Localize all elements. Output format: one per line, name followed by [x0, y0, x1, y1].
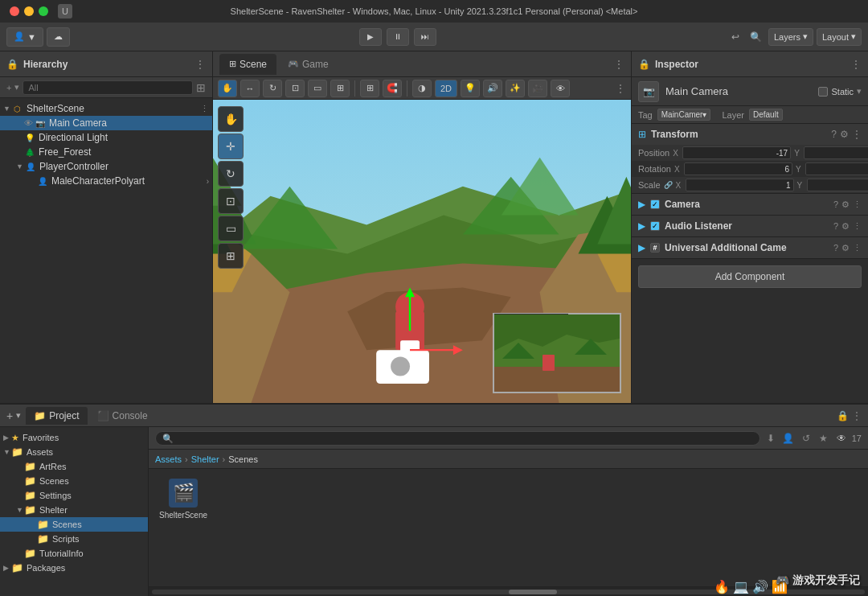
char-more-arrow[interactable]: ›: [207, 177, 209, 186]
hierarchy-filter-icon[interactable]: ⊞: [196, 81, 206, 94]
close-button[interactable]: [10, 6, 19, 16]
hand-tool[interactable]: ✋: [218, 80, 237, 97]
breadcrumb-shelter[interactable]: Shelter: [191, 454, 219, 464]
tree-item-shelter[interactable]: ▼ 📁 Shelter: [0, 503, 148, 517]
tree-item-shelter-scenes[interactable]: 📁 Scenes: [0, 517, 148, 532]
maximize-button[interactable]: [39, 6, 48, 16]
inspector-lock-icon[interactable]: 🔒: [638, 59, 650, 70]
static-checkbox[interactable]: [818, 87, 828, 97]
camera-more-icon[interactable]: ⋮: [853, 199, 862, 210]
tree-item-scripts[interactable]: 📁 Scripts: [0, 532, 148, 546]
hand-side-tool[interactable]: ✋: [218, 106, 244, 132]
layers-dropdown[interactable]: Layers ▾: [768, 28, 813, 46]
hierarchy-item-main-camera[interactable]: 👁 📷 Main Camera: [0, 116, 212, 130]
2d-toggle[interactable]: 2D: [435, 80, 457, 97]
audio-toggle[interactable]: 🔊: [483, 80, 502, 97]
universal-more-icon[interactable]: ⋮: [853, 243, 862, 253]
custom-side-tool[interactable]: ⊞: [218, 243, 244, 269]
hierarchy-item-free-forest[interactable]: 🌲 Free_Forest: [0, 145, 212, 159]
scale-x-input[interactable]: [686, 179, 794, 191]
account-dropdown[interactable]: 👤 ▼: [6, 27, 43, 47]
scene-tabs-more[interactable]: ⋮: [613, 58, 624, 71]
universal-settings-icon[interactable]: ⚙: [841, 243, 850, 253]
hierarchy-search-input[interactable]: [23, 80, 193, 95]
project-save-icon[interactable]: ⬇: [764, 431, 778, 446]
transform-tool[interactable]: ⊞: [330, 80, 350, 97]
tree-item-scenes[interactable]: 📁 Scenes: [0, 474, 148, 488]
pause-button[interactable]: ⏸: [387, 28, 409, 46]
transform-help-icon[interactable]: ?: [831, 129, 837, 140]
hierarchy-lock-icon[interactable]: 🔒: [6, 59, 18, 70]
pos-y-input[interactable]: 8: [804, 146, 868, 159]
project-eye-icon[interactable]: 👁: [834, 431, 849, 446]
scene-toolbar-more[interactable]: ⋮: [615, 82, 626, 95]
tree-item-settings[interactable]: 📁 Settings: [0, 488, 148, 503]
lighting-toggle[interactable]: 💡: [461, 80, 480, 97]
pos-x-input[interactable]: -17: [682, 146, 791, 159]
project-person-icon[interactable]: 👤: [781, 431, 796, 446]
transform-more-icon[interactable]: ⋮: [852, 129, 862, 140]
tag-dropdown[interactable]: MainCamer▾: [657, 109, 711, 121]
tab-scene[interactable]: ⊞ Scene: [219, 54, 276, 75]
scene-camera[interactable]: 🎥: [528, 80, 547, 97]
scene-viewport[interactable]: ✋ ✛ ↻ ⊡ ▭ ⊞ ▶▶ Main Camera: [213, 100, 631, 403]
search-button[interactable]: 🔍: [747, 28, 765, 46]
tree-item-tutorialinfo[interactable]: 📁 TutorialInfo: [0, 546, 148, 561]
undo-button[interactable]: ↩: [727, 28, 744, 46]
scale-y-input[interactable]: [807, 179, 868, 191]
scrollbar-thumb[interactable]: [509, 590, 557, 594]
bottom-add-btn[interactable]: +: [6, 409, 13, 422]
universal-help-icon[interactable]: ?: [833, 243, 838, 253]
project-star-icon[interactable]: ★: [817, 431, 831, 446]
camera-help-icon[interactable]: ?: [833, 199, 838, 210]
universal-comp-header[interactable]: ▶ # Universal Additional Came ? ⚙ ⋮: [632, 237, 868, 258]
tab-console[interactable]: ⬛ Console: [89, 407, 156, 425]
hierarchy-item-male-char[interactable]: 👤 MaleCharacterPolyart ›: [0, 174, 212, 188]
add-component-button[interactable]: Add Component: [638, 265, 862, 288]
audio-enabled-checkbox[interactable]: ✓: [650, 221, 660, 231]
grid-tool[interactable]: ⊞: [360, 80, 379, 97]
project-refresh-icon[interactable]: ↺: [799, 431, 813, 446]
camera-settings-icon[interactable]: ⚙: [841, 199, 850, 210]
snap-tool[interactable]: 🧲: [383, 80, 402, 97]
breadcrumb-assets[interactable]: Assets: [155, 454, 182, 464]
fx-toggle[interactable]: ✨: [506, 80, 525, 97]
camera-comp-header[interactable]: ▶ ✓ Camera ? ⚙ ⋮: [632, 194, 868, 215]
hierarchy-add-icon[interactable]: +: [6, 83, 11, 92]
camera-enabled-checkbox[interactable]: ✓: [650, 199, 660, 209]
item-more-btn[interactable]: ⋮: [200, 104, 209, 114]
rotate-tool[interactable]: ↻: [263, 80, 282, 97]
gizmos-toggle[interactable]: 👁: [551, 80, 570, 97]
hierarchy-item-directional-light[interactable]: 💡 Directional Light: [0, 130, 212, 145]
tab-game[interactable]: 🎮 Game: [278, 54, 338, 75]
audio-settings-icon[interactable]: ⚙: [841, 221, 850, 232]
transform-settings-icon[interactable]: ⚙: [840, 129, 849, 140]
play-button[interactable]: ▶: [359, 28, 382, 46]
bottom-arrow-btn[interactable]: ▾: [16, 410, 21, 421]
rect-tool[interactable]: ▭: [308, 80, 327, 97]
tree-item-artres[interactable]: 📁 ArtRes: [0, 459, 148, 474]
tab-project[interactable]: 📁 Project: [26, 407, 87, 425]
transform-header[interactable]: ⊞ Transform ? ⚙ ⋮: [632, 124, 868, 145]
audio-comp-header[interactable]: ▶ ✓ Audio Listener ? ⚙ ⋮: [632, 216, 868, 236]
minimize-button[interactable]: [24, 6, 34, 16]
layer-dropdown[interactable]: Default: [749, 109, 783, 121]
file-item-shelter-scene[interactable]: 🎬 ShelterScene: [155, 475, 211, 523]
move-side-tool[interactable]: ✛: [218, 134, 244, 159]
tree-item-favorites[interactable]: ▶ ★ Favorites: [0, 430, 148, 445]
tree-item-assets[interactable]: ▼ 📁 Assets: [0, 445, 148, 459]
object-name-input[interactable]: Main Camera: [665, 85, 812, 97]
rotate-side-tool[interactable]: ↻: [218, 161, 244, 187]
hierarchy-menu-icon[interactable]: ⋮: [194, 58, 206, 71]
rect-side-tool[interactable]: ▭: [218, 216, 244, 241]
bottom-more-icon[interactable]: ⋮: [852, 410, 862, 421]
bottom-lock-icon[interactable]: 🔒: [837, 410, 849, 421]
layout-dropdown[interactable]: Layout ▾: [817, 28, 862, 46]
scale-side-tool[interactable]: ⊡: [218, 188, 244, 214]
camera-render-mode[interactable]: ◑: [412, 80, 432, 97]
move-tool[interactable]: ↔: [240, 80, 260, 97]
visibility-icon[interactable]: 👁: [24, 118, 33, 128]
tree-item-packages[interactable]: ▶ 📁 Packages: [0, 561, 148, 575]
step-button[interactable]: ⏭: [414, 28, 436, 46]
audio-more-icon[interactable]: ⋮: [853, 221, 862, 232]
